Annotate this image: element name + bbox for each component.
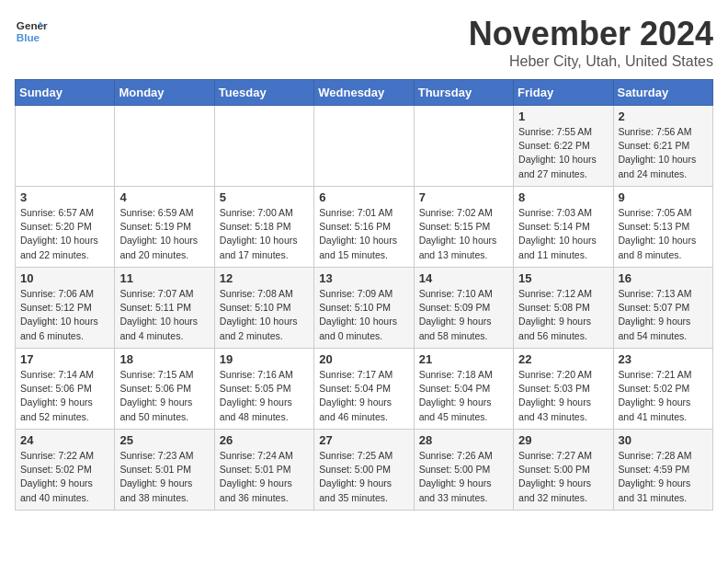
day-info: Sunrise: 7:03 AM Sunset: 5:14 PM Dayligh…	[518, 206, 608, 262]
day-info: Sunrise: 7:09 AM Sunset: 5:10 PM Dayligh…	[319, 287, 408, 343]
weekday-header-thursday: Thursday	[414, 80, 513, 106]
day-number: 6	[319, 190, 408, 204]
calendar-cell: 27Sunrise: 7:25 AM Sunset: 5:00 PM Dayli…	[314, 430, 414, 511]
day-number: 22	[518, 352, 608, 366]
day-info: Sunrise: 7:01 AM Sunset: 5:16 PM Dayligh…	[319, 206, 408, 262]
calendar-cell: 20Sunrise: 7:17 AM Sunset: 5:04 PM Dayli…	[314, 349, 414, 430]
day-number: 27	[319, 433, 408, 447]
day-info: Sunrise: 7:08 AM Sunset: 5:10 PM Dayligh…	[220, 287, 309, 343]
weekday-header-wednesday: Wednesday	[314, 80, 414, 106]
day-info: Sunrise: 7:20 AM Sunset: 5:03 PM Dayligh…	[518, 368, 608, 424]
day-number: 15	[518, 271, 608, 285]
day-number: 18	[119, 352, 209, 366]
day-info: Sunrise: 7:25 AM Sunset: 5:00 PM Dayligh…	[319, 449, 408, 505]
day-number: 12	[220, 271, 309, 285]
weekday-header-sunday: Sunday	[16, 80, 115, 106]
location-title: Heber City, Utah, United States	[469, 53, 713, 70]
day-info: Sunrise: 7:15 AM Sunset: 5:06 PM Dayligh…	[119, 368, 209, 424]
calendar-cell: 24Sunrise: 7:22 AM Sunset: 5:02 PM Dayli…	[16, 430, 115, 511]
calendar-cell: 22Sunrise: 7:20 AM Sunset: 5:03 PM Dayli…	[514, 349, 613, 430]
day-number: 1	[518, 109, 608, 123]
day-info: Sunrise: 7:06 AM Sunset: 5:12 PM Dayligh…	[20, 287, 109, 343]
day-number: 5	[220, 190, 309, 204]
header: General Blue November 2024 Heber City, U…	[15, 15, 713, 70]
calendar-cell: 9Sunrise: 7:05 AM Sunset: 5:13 PM Daylig…	[613, 187, 712, 268]
calendar-cell: 17Sunrise: 7:14 AM Sunset: 5:06 PM Dayli…	[16, 349, 115, 430]
day-info: Sunrise: 7:13 AM Sunset: 5:07 PM Dayligh…	[619, 287, 708, 343]
calendar-cell: 30Sunrise: 7:28 AM Sunset: 4:59 PM Dayli…	[613, 430, 712, 511]
day-info: Sunrise: 7:24 AM Sunset: 5:01 PM Dayligh…	[220, 449, 309, 505]
day-number: 26	[220, 433, 309, 447]
day-info: Sunrise: 7:27 AM Sunset: 5:00 PM Dayligh…	[518, 449, 608, 505]
logo: General Blue	[15, 15, 48, 48]
calendar-cell: 19Sunrise: 7:16 AM Sunset: 5:05 PM Dayli…	[214, 349, 313, 430]
day-number: 8	[518, 190, 608, 204]
day-info: Sunrise: 7:23 AM Sunset: 5:01 PM Dayligh…	[119, 449, 209, 505]
calendar-cell: 2Sunrise: 7:56 AM Sunset: 6:21 PM Daylig…	[613, 106, 712, 187]
day-info: Sunrise: 7:28 AM Sunset: 4:59 PM Dayligh…	[619, 449, 708, 505]
day-info: Sunrise: 7:56 AM Sunset: 6:21 PM Dayligh…	[619, 125, 708, 181]
calendar-cell	[214, 106, 313, 187]
week-row-3: 17Sunrise: 7:14 AM Sunset: 5:06 PM Dayli…	[16, 349, 713, 430]
calendar-cell	[16, 106, 115, 187]
day-number: 28	[419, 433, 508, 447]
day-number: 29	[518, 433, 608, 447]
calendar-cell: 18Sunrise: 7:15 AM Sunset: 5:06 PM Dayli…	[115, 349, 214, 430]
day-info: Sunrise: 7:10 AM Sunset: 5:09 PM Dayligh…	[419, 287, 508, 343]
day-info: Sunrise: 7:55 AM Sunset: 6:22 PM Dayligh…	[518, 125, 608, 181]
day-info: Sunrise: 7:16 AM Sunset: 5:05 PM Dayligh…	[220, 368, 309, 424]
week-row-1: 3Sunrise: 6:57 AM Sunset: 5:20 PM Daylig…	[16, 187, 713, 268]
calendar-cell: 3Sunrise: 6:57 AM Sunset: 5:20 PM Daylig…	[16, 187, 115, 268]
day-number: 20	[319, 352, 408, 366]
calendar-cell: 16Sunrise: 7:13 AM Sunset: 5:07 PM Dayli…	[613, 268, 712, 349]
day-info: Sunrise: 7:00 AM Sunset: 5:18 PM Dayligh…	[220, 206, 309, 262]
calendar-cell: 23Sunrise: 7:21 AM Sunset: 5:02 PM Dayli…	[613, 349, 712, 430]
month-title: November 2024	[469, 15, 713, 53]
day-number: 11	[119, 271, 209, 285]
day-number: 4	[119, 190, 209, 204]
day-number: 25	[119, 433, 209, 447]
day-number: 9	[619, 190, 708, 204]
calendar-cell: 11Sunrise: 7:07 AM Sunset: 5:11 PM Dayli…	[115, 268, 214, 349]
day-info: Sunrise: 7:12 AM Sunset: 5:08 PM Dayligh…	[518, 287, 608, 343]
day-info: Sunrise: 7:02 AM Sunset: 5:15 PM Dayligh…	[419, 206, 508, 262]
calendar-cell: 7Sunrise: 7:02 AM Sunset: 5:15 PM Daylig…	[414, 187, 513, 268]
calendar-cell: 25Sunrise: 7:23 AM Sunset: 5:01 PM Dayli…	[115, 430, 214, 511]
day-number: 3	[20, 190, 109, 204]
week-row-4: 24Sunrise: 7:22 AM Sunset: 5:02 PM Dayli…	[16, 430, 713, 511]
day-number: 19	[220, 352, 309, 366]
day-number: 30	[619, 433, 708, 447]
day-number: 2	[619, 109, 708, 123]
day-info: Sunrise: 7:07 AM Sunset: 5:11 PM Dayligh…	[119, 287, 209, 343]
day-number: 13	[319, 271, 408, 285]
day-number: 16	[619, 271, 708, 285]
week-row-0: 1Sunrise: 7:55 AM Sunset: 6:22 PM Daylig…	[16, 106, 713, 187]
calendar-cell: 26Sunrise: 7:24 AM Sunset: 5:01 PM Dayli…	[214, 430, 313, 511]
day-info: Sunrise: 7:14 AM Sunset: 5:06 PM Dayligh…	[20, 368, 109, 424]
calendar-cell: 5Sunrise: 7:00 AM Sunset: 5:18 PM Daylig…	[214, 187, 313, 268]
day-info: Sunrise: 7:26 AM Sunset: 5:00 PM Dayligh…	[419, 449, 508, 505]
weekday-header-monday: Monday	[115, 80, 214, 106]
calendar-cell: 15Sunrise: 7:12 AM Sunset: 5:08 PM Dayli…	[514, 268, 613, 349]
weekday-header-saturday: Saturday	[613, 80, 712, 106]
calendar-cell	[414, 106, 513, 187]
calendar-cell: 4Sunrise: 6:59 AM Sunset: 5:19 PM Daylig…	[115, 187, 214, 268]
week-row-2: 10Sunrise: 7:06 AM Sunset: 5:12 PM Dayli…	[16, 268, 713, 349]
calendar-cell	[314, 106, 414, 187]
calendar-cell: 13Sunrise: 7:09 AM Sunset: 5:10 PM Dayli…	[314, 268, 414, 349]
day-info: Sunrise: 7:05 AM Sunset: 5:13 PM Dayligh…	[619, 206, 708, 262]
calendar-cell: 12Sunrise: 7:08 AM Sunset: 5:10 PM Dayli…	[214, 268, 313, 349]
calendar-cell: 10Sunrise: 7:06 AM Sunset: 5:12 PM Dayli…	[16, 268, 115, 349]
day-number: 24	[20, 433, 109, 447]
calendar-table: SundayMondayTuesdayWednesdayThursdayFrid…	[15, 79, 713, 511]
day-info: Sunrise: 6:57 AM Sunset: 5:20 PM Dayligh…	[20, 206, 109, 262]
calendar-cell	[115, 106, 214, 187]
calendar-cell: 29Sunrise: 7:27 AM Sunset: 5:00 PM Dayli…	[514, 430, 613, 511]
calendar-cell: 21Sunrise: 7:18 AM Sunset: 5:04 PM Dayli…	[414, 349, 513, 430]
day-info: Sunrise: 6:59 AM Sunset: 5:19 PM Dayligh…	[119, 206, 209, 262]
calendar-cell: 8Sunrise: 7:03 AM Sunset: 5:14 PM Daylig…	[514, 187, 613, 268]
title-section: November 2024 Heber City, Utah, United S…	[469, 15, 713, 70]
day-number: 10	[20, 271, 109, 285]
day-number: 14	[419, 271, 508, 285]
calendar-cell: 1Sunrise: 7:55 AM Sunset: 6:22 PM Daylig…	[514, 106, 613, 187]
